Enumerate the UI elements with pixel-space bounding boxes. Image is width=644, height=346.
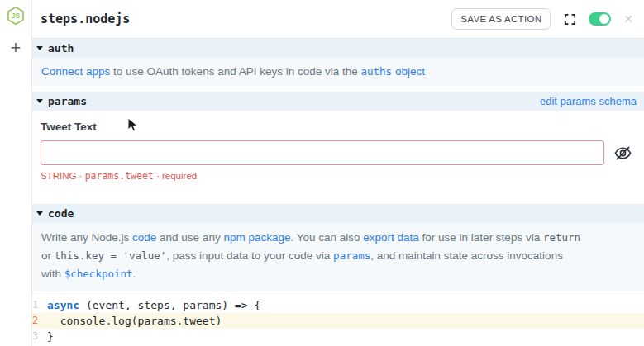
- params-section-label: params: [48, 95, 87, 107]
- tweet-text-label: Tweet Text: [41, 121, 632, 133]
- line-number: 2: [32, 313, 47, 329]
- code-line-text: console.log(params.tweet): [47, 313, 222, 329]
- toggle-knob: [599, 14, 609, 24]
- params-section-header[interactable]: params edit params schema: [32, 92, 644, 111]
- step-editor-window: JS + steps.nodejs SAVE AS ACTION ✕ auth …: [0, 0, 644, 346]
- left-rail: JS +: [0, 0, 32, 346]
- add-step-button[interactable]: +: [11, 39, 21, 57]
- code-description: Write any Node.js code and use any npm p…: [32, 223, 644, 291]
- line-number: 3: [32, 329, 47, 344]
- nodejs-icon: JS: [6, 6, 26, 26]
- code-section-label: code: [48, 207, 74, 220]
- params-body: Tweet Text STRING · params.tweet · requi…: [32, 111, 644, 192]
- code-editor[interactable]: 1 async (event, steps, params) => { 2 co…: [32, 291, 644, 344]
- field-validation-text: STRING · params.tweet · required: [41, 170, 632, 182]
- caret-down-icon: [36, 99, 43, 103]
- auth-section-header[interactable]: auth: [32, 39, 644, 58]
- auth-section-label: auth: [48, 42, 74, 55]
- fullscreen-icon[interactable]: [563, 12, 577, 26]
- auth-description: Connect apps to use OAuth tokens and API…: [32, 58, 644, 86]
- code-line-text: }: [47, 329, 54, 344]
- edit-params-schema-link[interactable]: edit params schema: [540, 95, 637, 107]
- tweet-text-input-row: [41, 140, 632, 165]
- code-section-header[interactable]: code: [32, 204, 644, 223]
- code-line-active[interactable]: 2 console.log(params.tweet): [32, 313, 644, 329]
- code-line[interactable]: 3 }: [32, 329, 644, 344]
- code-line[interactable]: 1 async (event, steps, params) => {: [32, 297, 644, 313]
- close-icon[interactable]: ✕: [623, 13, 633, 25]
- step-enabled-toggle[interactable]: [589, 12, 611, 26]
- section-divider: [32, 86, 644, 92]
- caret-down-icon: [36, 46, 43, 50]
- step-title[interactable]: steps.nodejs: [41, 12, 451, 26]
- save-as-action-button[interactable]: SAVE AS ACTION: [451, 8, 551, 30]
- line-number: 1: [32, 297, 47, 313]
- svg-text:JS: JS: [12, 12, 21, 20]
- code-line-text: async (event, steps, params) => {: [47, 297, 260, 313]
- step-panel: steps.nodejs SAVE AS ACTION ✕ auth Conne…: [32, 0, 644, 346]
- caret-down-icon: [36, 211, 43, 216]
- section-divider: [32, 192, 644, 204]
- eye-off-icon[interactable]: [613, 144, 632, 163]
- tweet-text-input[interactable]: [41, 140, 604, 165]
- step-header-bar: steps.nodejs SAVE AS ACTION ✕: [32, 0, 644, 39]
